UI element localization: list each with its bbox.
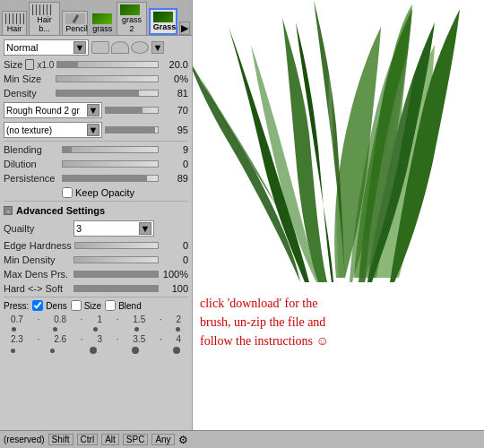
rough-round-num: 70 [161, 105, 188, 116]
shape-round[interactable] [131, 41, 149, 54]
shape-round-top[interactable] [111, 41, 129, 54]
blend-checkbox-label[interactable]: Blend [105, 300, 142, 311]
max-dens-value: 100% [161, 269, 188, 280]
min-density-row: Min Density 0 [0, 253, 192, 267]
dens-label: Dens [46, 301, 66, 311]
status-ctrl[interactable]: Ctrl [77, 434, 99, 445]
texture-dropdown[interactable]: (no texture) ▼ [4, 122, 102, 138]
tab-pencil-label: Pencil [65, 24, 84, 33]
status-any[interactable]: Any [151, 434, 174, 445]
tab-hairb-label: Hair b... [32, 15, 56, 33]
left-panel: Hair Hair b... Pencil grass grass 2 Gras… [0, 0, 193, 448]
instruction-area: click 'download' for the brush, un-zip t… [193, 287, 484, 358]
keep-opacity-checkbox[interactable] [62, 187, 73, 198]
grass-svg [193, 0, 484, 287]
number-row-2: 2.3 · 2.6 · 3 · 3.5 · 4 [0, 332, 192, 346]
size-lock[interactable] [25, 59, 34, 70]
press-row: Press: Dens Size Blend [0, 298, 192, 313]
blend-press-label: Blend [118, 301, 142, 311]
status-reserved: (reserved) [4, 435, 45, 444]
edge-hardness-value: 0 [161, 240, 188, 251]
size-checkbox-label[interactable]: Size [71, 300, 101, 311]
status-alt[interactable]: Alt [101, 434, 119, 445]
blend-mode-arrow[interactable]: ▼ [73, 41, 86, 54]
rough-round-slider[interactable] [105, 107, 159, 114]
dilution-slider[interactable] [62, 160, 159, 168]
hard-soft-label: Hard <-> Soft [4, 283, 71, 294]
size-slider[interactable] [56, 61, 159, 68]
size-label: Size [4, 59, 22, 70]
grass-canvas[interactable] [193, 0, 484, 287]
keep-opacity-label[interactable]: Keep Opacity [62, 187, 134, 198]
tab-hair-label: Hair [5, 24, 23, 33]
quality-arrow[interactable]: ▼ [139, 222, 151, 235]
max-dens-slider[interactable] [73, 271, 159, 278]
tab-grass[interactable]: grass [90, 12, 115, 35]
tab-grass3[interactable]: Grass [149, 8, 177, 35]
num-1: 1 [97, 314, 102, 324]
rough-round-dropdown[interactable]: Rough Round 2 gr ▼ [4, 102, 102, 118]
dot-2 [53, 327, 57, 332]
texture-arrow[interactable]: ▼ [87, 124, 99, 136]
dot-10-large [173, 347, 180, 354]
status-bar: (reserved) Shift Ctrl Alt SPC Any ⚙ [0, 430, 484, 448]
min-size-slider[interactable] [56, 75, 159, 82]
tab-hair-b[interactable]: Hair b... [29, 2, 60, 35]
hard-soft-value: 100 [161, 283, 188, 294]
status-shift[interactable]: Shift [48, 434, 73, 445]
instruction-line3: follow the instructions ☺ [200, 332, 477, 350]
max-dens-row: Max Dens Prs. 100% [0, 267, 192, 281]
num-26: 2.6 [54, 334, 66, 344]
number-row-1: 0.7 · 0.8 · 1 · 1.5 · 2 [0, 313, 192, 326]
tab-grass3-label: Grass [153, 22, 173, 31]
texture-row: (no texture) ▼ 95 [0, 120, 192, 140]
dot-spacer1: · [38, 314, 40, 324]
keep-opacity-text: Keep Opacity [75, 187, 134, 198]
edge-hardness-label: Edge Hardness [4, 240, 72, 251]
tabs-scroll-right[interactable]: ▶ [179, 22, 190, 35]
settings-icon[interactable]: ⚙ [178, 434, 188, 446]
tab-pencil[interactable]: Pencil [62, 11, 88, 35]
blend-checkbox[interactable] [105, 300, 116, 311]
advanced-settings-header[interactable]: - Advanced Settings [0, 202, 192, 219]
num-23: 2.3 [11, 334, 23, 344]
min-density-value: 0 [161, 254, 188, 265]
texture-slider[interactable] [105, 126, 159, 134]
quality-label: Quailty [4, 223, 71, 234]
num-08: 0.8 [54, 314, 66, 324]
num-35: 3.5 [133, 334, 145, 344]
dens-checkbox-label[interactable]: Dens [32, 300, 66, 311]
blending-slider[interactable] [62, 146, 159, 153]
tab-hair[interactable]: Hair [2, 11, 27, 35]
status-spc[interactable]: SPC [123, 434, 149, 445]
density-slider[interactable] [56, 90, 159, 97]
dot-spacer2: · [81, 314, 83, 324]
hard-soft-slider[interactable] [73, 285, 159, 292]
persistence-slider[interactable] [62, 175, 159, 182]
tab-grass2[interactable]: grass 2 [117, 2, 146, 35]
blending-value: 9 [161, 144, 188, 155]
num-2: 2 [177, 314, 182, 324]
max-dens-label: Max Dens Prs. [4, 269, 71, 280]
mode-scroll[interactable]: ▼ [151, 41, 164, 54]
rough-round-value: Rough Round 2 gr [6, 106, 80, 116]
dilution-row: Dilution 0 [0, 157, 192, 171]
blend-mode-value: Normal [6, 42, 38, 53]
edge-hardness-slider[interactable] [74, 242, 159, 249]
texture-num: 95 [161, 125, 188, 135]
shape-icons [91, 41, 149, 54]
persistence-label: Persistence [4, 173, 59, 184]
shape-flat[interactable] [91, 41, 109, 54]
collapse-advanced[interactable]: - [4, 206, 13, 215]
quality-dropdown[interactable]: 3 ▼ [73, 220, 154, 237]
dot-3 [93, 327, 98, 332]
dot-6 [11, 349, 15, 353]
hard-soft-row: Hard <-> Soft 100 [0, 281, 192, 296]
dot-7 [50, 349, 55, 353]
instruction-line1: click 'download' for the [200, 294, 477, 313]
blend-mode-dropdown[interactable]: Normal ▼ [4, 39, 89, 56]
min-density-slider[interactable] [73, 256, 159, 263]
rough-round-arrow[interactable]: ▼ [87, 104, 99, 116]
dens-checkbox[interactable] [32, 300, 43, 311]
size-checkbox[interactable] [71, 300, 82, 311]
